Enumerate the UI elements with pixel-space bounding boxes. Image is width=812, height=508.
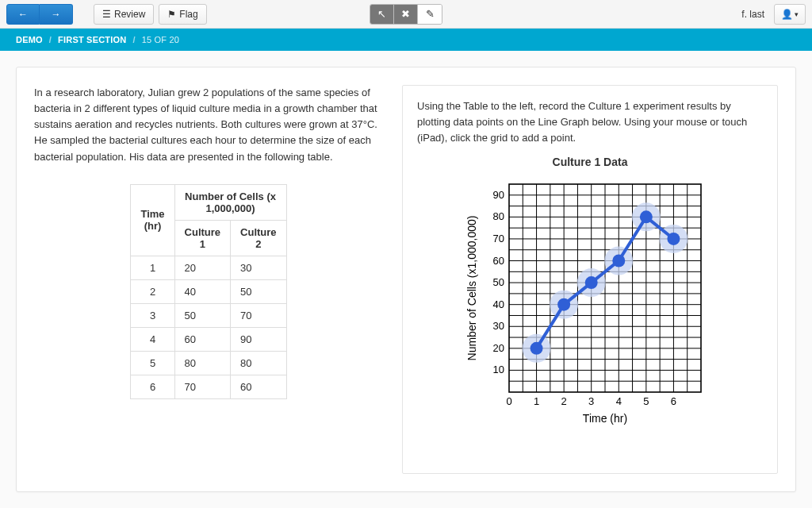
y-tick-label: 30 <box>493 321 504 333</box>
table-row: 46090 <box>131 327 286 351</box>
user-area: f. last 👤 ▾ <box>741 4 806 25</box>
forward-button[interactable]: → <box>40 4 73 25</box>
th-time: Time (hr) <box>131 184 174 256</box>
user-name: f. last <box>741 9 764 20</box>
chart-title: Culture 1 Data <box>417 156 763 168</box>
drawing-tool-group: ↖ ✖ ✎ <box>370 4 442 25</box>
crumb-section[interactable]: FIRST SECTION <box>58 35 126 44</box>
data-point[interactable] <box>640 211 653 224</box>
flag-icon: ⚑ <box>167 9 176 20</box>
x-tick-label: 5 <box>643 395 649 407</box>
data-point[interactable] <box>557 298 570 311</box>
y-tick-label: 20 <box>493 342 504 354</box>
table-cell: 2 <box>131 279 174 303</box>
close-circle-icon: ✖ <box>401 8 410 20</box>
line-chart[interactable]: 0123456102030405060708090Time (hr)Number… <box>463 173 717 427</box>
top-toolbar: ← → ☰ Review ⚑ Flag ↖ ✖ ✎ f. last 👤 ▾ <box>0 0 812 29</box>
table-cell: 6 <box>131 375 174 398</box>
table-cell: 50 <box>231 279 287 303</box>
pencil-icon: ✎ <box>426 8 435 20</box>
arrow-left-icon: ← <box>18 9 28 20</box>
caret-down-icon: ▾ <box>795 10 799 18</box>
table-cell: 50 <box>174 303 231 327</box>
crumb-position: 15 OF 20 <box>142 35 179 44</box>
table-row: 67060 <box>131 375 286 398</box>
nav-button-group: ← → <box>6 4 73 25</box>
x-tick-label: 3 <box>588 395 594 407</box>
arrow-right-icon: → <box>52 9 61 20</box>
crumb-sep: / <box>49 35 52 44</box>
data-point[interactable] <box>667 233 680 245</box>
table-cell: 60 <box>174 327 231 351</box>
table-cell: 60 <box>231 375 287 398</box>
data-table: Time (hr) Number of Cells (x 1,000,000) … <box>130 184 286 399</box>
y-tick-label: 40 <box>493 298 504 310</box>
plot-instructions: Using the Table to the left, record the … <box>417 98 763 146</box>
table-cell: 70 <box>231 303 287 327</box>
review-button[interactable]: ☰ Review <box>94 4 154 25</box>
th-numcells: Number of Cells (x 1,000,000) <box>174 184 286 220</box>
data-point[interactable] <box>585 277 598 290</box>
question-left-column: In a research laboratory, Julian grew 2 … <box>34 85 383 474</box>
back-button[interactable]: ← <box>6 4 40 25</box>
th-culture1: Culture 1 <box>174 220 231 256</box>
x-tick-label: 0 <box>506 395 511 407</box>
y-tick-label: 60 <box>493 255 504 267</box>
y-tick-label: 80 <box>493 211 504 223</box>
x-tick-label: 4 <box>616 395 622 407</box>
user-menu-button[interactable]: 👤 ▾ <box>774 4 806 25</box>
x-tick-label: 6 <box>671 395 676 407</box>
question-card: In a research laboratory, Julian grew 2 … <box>16 67 796 492</box>
flag-button[interactable]: ⚑ Flag <box>159 4 206 25</box>
cursor-icon: ↖ <box>377 8 386 20</box>
x-tick-label: 2 <box>561 395 567 407</box>
table-row: 12030 <box>131 256 286 279</box>
y-axis-label: Number of Cells (x1,000,000) <box>465 216 478 361</box>
table-cell: 90 <box>231 327 287 351</box>
table-cell: 5 <box>131 351 174 375</box>
chart-container: 0123456102030405060708090Time (hr)Number… <box>417 173 763 427</box>
breadcrumb: DEMO / FIRST SECTION / 15 OF 20 <box>0 29 812 51</box>
y-tick-label: 10 <box>493 364 504 376</box>
erase-tool[interactable]: ✖ <box>394 5 418 24</box>
draw-tool[interactable]: ✎ <box>418 5 442 24</box>
review-label: Review <box>114 9 145 20</box>
question-intro-text: In a research laboratory, Julian grew 2 … <box>34 85 383 165</box>
page-body: In a research laboratory, Julian grew 2 … <box>0 51 812 508</box>
data-point[interactable] <box>530 342 543 355</box>
table-cell: 80 <box>174 351 231 375</box>
table-cell: 20 <box>174 256 231 279</box>
th-culture2: Culture 2 <box>231 220 287 256</box>
table-row: 24050 <box>131 279 286 303</box>
table-cell: 30 <box>231 256 287 279</box>
table-row: 58080 <box>131 351 286 375</box>
table-cell: 3 <box>131 303 174 327</box>
table-cell: 70 <box>174 375 231 398</box>
flag-label: Flag <box>179 9 197 20</box>
y-tick-label: 50 <box>493 277 504 289</box>
crumb-demo[interactable]: DEMO <box>16 35 43 44</box>
y-tick-label: 90 <box>493 189 504 201</box>
table-cell: 1 <box>131 256 174 279</box>
crumb-sep: / <box>132 35 135 44</box>
table-row: 35070 <box>131 303 286 327</box>
question-right-column: Using the Table to the left, record the … <box>402 85 778 474</box>
user-icon: 👤 <box>781 9 793 20</box>
data-point[interactable] <box>612 255 625 267</box>
x-axis-label: Time (hr) <box>583 412 627 425</box>
table-cell: 4 <box>131 327 174 351</box>
y-tick-label: 70 <box>493 233 504 244</box>
table-cell: 40 <box>174 279 231 303</box>
pointer-tool[interactable]: ↖ <box>370 5 394 24</box>
x-tick-label: 1 <box>534 395 539 407</box>
list-icon: ☰ <box>102 9 111 20</box>
table-cell: 80 <box>231 351 287 375</box>
